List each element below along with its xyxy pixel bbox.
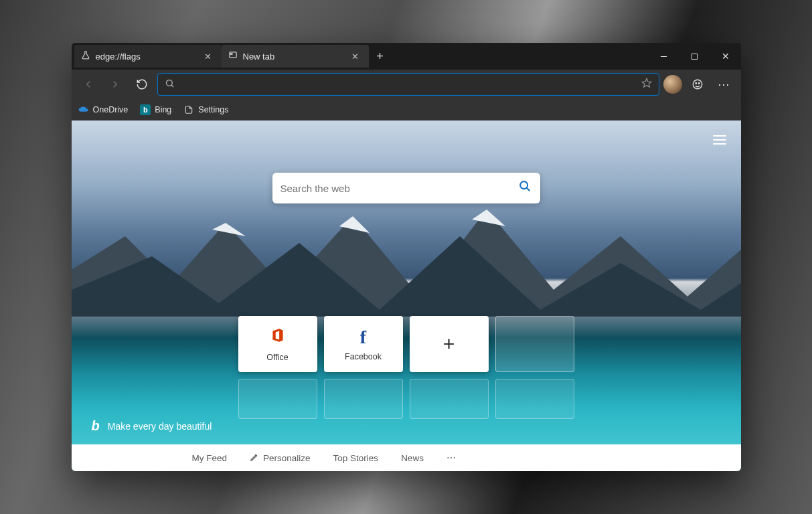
bookmark-bing[interactable]: b Bing xyxy=(140,104,171,115)
tile-placeholder[interactable] xyxy=(238,379,317,419)
feed-personalize[interactable]: Personalize xyxy=(250,452,311,464)
search-icon xyxy=(165,78,175,90)
page-menu-button[interactable] xyxy=(713,133,726,147)
tile-label: Facebook xyxy=(345,352,382,361)
bookmark-label: Bing xyxy=(155,105,171,114)
svg-rect-1 xyxy=(230,54,232,55)
tile-facebook[interactable]: f Facebook xyxy=(324,316,403,372)
tab-title: New tab xyxy=(243,52,343,62)
address-bar: ⋯ xyxy=(72,70,741,99)
newtab-icon xyxy=(228,50,238,62)
tile-placeholder[interactable] xyxy=(495,316,574,372)
svg-point-7 xyxy=(693,80,702,89)
hero-search-button[interactable] xyxy=(517,179,532,197)
tile-placeholder[interactable] xyxy=(410,379,489,419)
close-tab-button[interactable]: ✕ xyxy=(201,50,215,63)
svg-marker-6 xyxy=(642,78,651,87)
bookmark-label: Settings xyxy=(198,105,228,114)
svg-rect-3 xyxy=(692,54,698,59)
svg-line-16 xyxy=(526,188,530,191)
feed-topstories[interactable]: Top Stories xyxy=(333,453,379,463)
svg-point-9 xyxy=(698,83,700,84)
bookmark-label: OneDrive xyxy=(93,105,129,114)
close-window-button[interactable]: ✕ xyxy=(710,43,741,70)
favorite-button[interactable] xyxy=(641,78,652,91)
svg-point-15 xyxy=(520,181,527,189)
forward-button[interactable] xyxy=(104,73,127,96)
window-controls: ✕ xyxy=(649,43,741,70)
tile-placeholder[interactable] xyxy=(495,379,574,419)
bing-tag-text: Make every day beautiful xyxy=(108,421,212,432)
browser-window: edge://flags ✕ New tab ✕ + ✕ xyxy=(72,43,741,471)
quick-tiles: Office f Facebook + xyxy=(238,316,574,419)
feed-news[interactable]: News xyxy=(401,453,424,463)
bookmarks-bar: OneDrive b Bing Settings xyxy=(72,99,741,120)
feed-more[interactable]: ⋯ xyxy=(446,452,457,463)
tile-office[interactable]: Office xyxy=(238,316,317,372)
onedrive-icon xyxy=(78,104,89,115)
facebook-icon: f xyxy=(360,327,366,348)
svg-point-8 xyxy=(696,83,697,84)
refresh-button[interactable] xyxy=(131,73,153,96)
search-hero[interactable] xyxy=(272,173,540,203)
plus-icon: + xyxy=(443,333,455,355)
feed-bar: My Feed Personalize Top Stories News ⋯ xyxy=(72,444,741,471)
tile-placeholder[interactable] xyxy=(324,379,403,419)
pencil-icon xyxy=(250,452,259,464)
address-input-box[interactable] xyxy=(157,73,659,96)
new-tab-button[interactable]: + xyxy=(369,45,392,68)
feedback-button[interactable] xyxy=(686,73,709,96)
svg-line-5 xyxy=(171,85,173,87)
close-tab-button[interactable]: ✕ xyxy=(349,50,362,63)
svg-marker-11 xyxy=(72,236,741,317)
profile-avatar[interactable] xyxy=(663,75,682,94)
svg-point-4 xyxy=(166,80,172,86)
minimize-button[interactable] xyxy=(649,43,679,70)
feed-myfeed[interactable]: My Feed xyxy=(192,453,228,463)
hero-search-input[interactable] xyxy=(280,183,511,194)
tab-bar: edge://flags ✕ New tab ✕ + ✕ xyxy=(72,43,741,70)
maximize-button[interactable] xyxy=(679,43,710,70)
tab-title: edge://flags xyxy=(96,52,196,62)
bing-tagline: b Make every day beautiful xyxy=(92,418,212,434)
background-mountains xyxy=(72,196,741,317)
tab-flags[interactable]: edge://flags ✕ xyxy=(74,45,222,68)
address-input[interactable] xyxy=(180,79,636,90)
menu-button[interactable]: ⋯ xyxy=(713,73,736,96)
bookmark-onedrive[interactable]: OneDrive xyxy=(78,104,129,115)
tile-add[interactable]: + xyxy=(410,316,489,372)
flask-icon xyxy=(81,50,90,62)
bookmark-settings[interactable]: Settings xyxy=(183,104,228,115)
tab-newtab[interactable]: New tab ✕ xyxy=(222,45,369,68)
back-button[interactable] xyxy=(77,73,100,96)
office-icon xyxy=(269,327,287,349)
new-tab-page: Office f Facebook + b Make every day xyxy=(72,120,741,471)
bing-icon: b xyxy=(140,104,151,115)
bing-logo-icon: b xyxy=(92,418,100,434)
page-icon xyxy=(183,104,194,115)
tile-label: Office xyxy=(266,353,288,362)
